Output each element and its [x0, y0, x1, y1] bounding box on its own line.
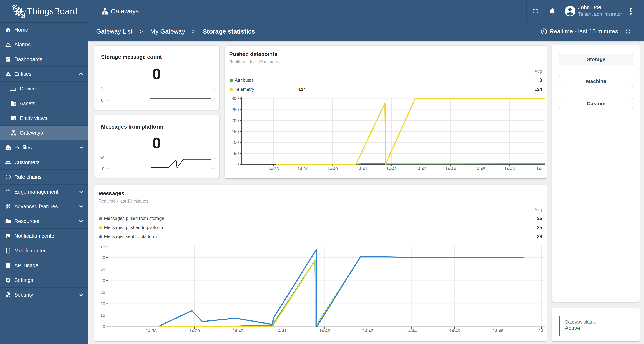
svg-text:70: 70 — [100, 244, 105, 248]
svg-text:40: 40 — [100, 278, 105, 283]
svg-text:250: 250 — [232, 107, 239, 112]
svg-text:60: 60 — [100, 255, 105, 260]
svg-text:14:39: 14:39 — [189, 328, 200, 333]
svg-text:14:44: 14:44 — [445, 166, 456, 171]
svg-text:14:41: 14:41 — [276, 328, 287, 333]
svg-text:14:44: 14:44 — [406, 328, 417, 333]
svg-text:50: 50 — [100, 266, 105, 272]
svg-text:30: 30 — [100, 290, 105, 295]
svg-text:0: 0 — [236, 162, 239, 167]
svg-text:14:39: 14:39 — [298, 166, 308, 171]
svg-text:0: 0 — [101, 98, 104, 103]
svg-text:14:43: 14:43 — [416, 166, 426, 171]
svg-text:14:: 14: — [539, 328, 544, 333]
svg-text:50: 50 — [234, 151, 239, 156]
svg-text:0: 0 — [102, 166, 104, 171]
svg-text:14:42: 14:42 — [319, 328, 330, 333]
svg-text:100: 100 — [232, 140, 239, 145]
svg-text:14:38: 14:38 — [146, 328, 156, 333]
svg-text:14:38: 14:38 — [268, 166, 279, 171]
svg-text:300: 300 — [232, 96, 239, 101]
svg-text:14:: 14: — [536, 166, 542, 171]
svg-text:14:40: 14:40 — [327, 166, 338, 171]
svg-text:14:41: 14:41 — [356, 166, 367, 171]
svg-text:0: 0 — [103, 324, 105, 329]
svg-text:14:43: 14:43 — [362, 328, 373, 333]
svg-text:200: 200 — [232, 118, 239, 123]
svg-text:14:45: 14:45 — [474, 166, 485, 171]
svg-text:14:46: 14:46 — [493, 328, 504, 333]
svg-text:14:40: 14:40 — [232, 328, 243, 333]
svg-text:1: 1 — [101, 86, 104, 91]
svg-text:10: 10 — [100, 313, 105, 318]
svg-text:14:42: 14:42 — [386, 166, 397, 171]
svg-text:20: 20 — [100, 301, 105, 306]
svg-text:14:46: 14:46 — [504, 166, 515, 171]
svg-text:150: 150 — [232, 129, 239, 134]
svg-text:14:45: 14:45 — [449, 328, 460, 333]
svg-text:60: 60 — [100, 156, 104, 160]
